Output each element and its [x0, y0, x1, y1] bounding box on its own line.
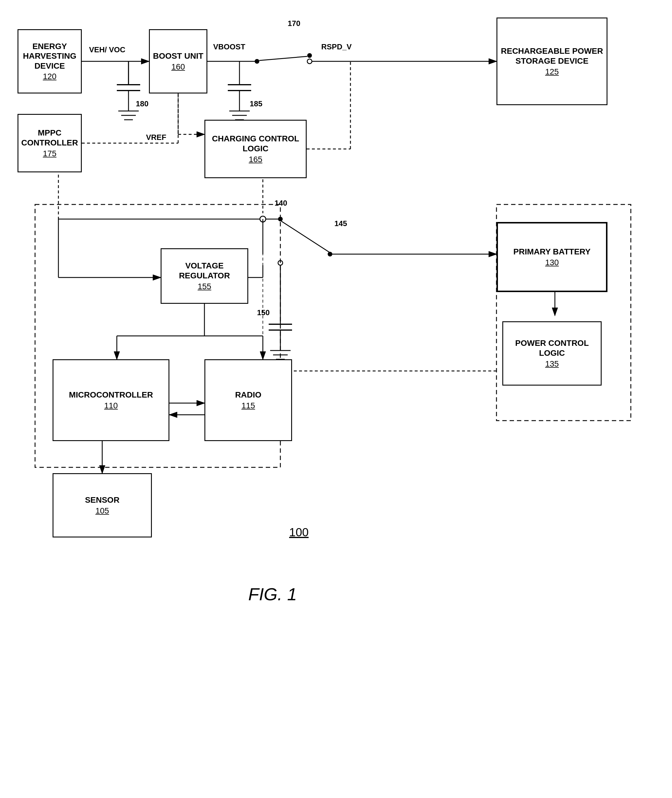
rspd-v-label: RSPD_V: [321, 42, 352, 51]
vref-label: VREF: [146, 133, 166, 142]
n150-label: 150: [257, 308, 270, 317]
mppc-label: MPPC CONTROLLER: [18, 128, 81, 147]
mc-num: 110: [104, 401, 118, 410]
power-control-block: POWER CONTROL LOGIC 135: [502, 321, 602, 385]
vreg-num: 155: [198, 282, 211, 291]
sensor-label: SENSOR: [85, 495, 120, 505]
boost-unit-label: BOOST UNIT: [153, 51, 203, 61]
radio-num: 115: [242, 401, 255, 410]
n145-label: 145: [334, 219, 347, 228]
veh-voc-label: VEH/ VOC: [89, 45, 125, 54]
n140-label: 140: [275, 198, 287, 208]
vreg-label: VOLTAGE REGULATOR: [162, 261, 247, 280]
charging-label: CHARGING CONTROL LOGIC: [205, 134, 306, 154]
mppc-num: 175: [43, 149, 57, 158]
voltage-regulator-block: VOLTAGE REGULATOR 155: [161, 248, 248, 304]
mppc-controller-block: MPPC CONTROLLER 175: [18, 114, 82, 172]
rechargeable-block: RECHARGEABLE POWER STORAGE DEVICE 125: [496, 18, 608, 105]
boost-unit-block: BOOST UNIT 160: [149, 29, 207, 93]
boost-unit-num: 160: [171, 62, 185, 72]
energy-harvesting-label: ENERGY HARVESTING DEVICE: [18, 42, 81, 71]
radio-label: RADIO: [235, 390, 261, 400]
figure-label: FIG. 1: [248, 584, 297, 604]
n170-label: 170: [288, 19, 300, 28]
primary-battery-num: 130: [545, 258, 559, 267]
radio-block: RADIO 115: [205, 359, 292, 441]
charging-control-block: CHARGING CONTROL LOGIC 165: [205, 120, 307, 178]
rechargeable-num: 125: [545, 67, 559, 77]
microcontroller-block: MICROCONTROLLER 110: [53, 359, 170, 441]
svg-point-24: [254, 59, 259, 64]
n185-label: 185: [250, 99, 262, 108]
primary-battery-block: PRIMARY BATTERY 130: [496, 222, 608, 292]
sensor-block: SENSOR 105: [53, 473, 152, 537]
diagram: ENERGY HARVESTING DEVICE 120 BOOST UNIT …: [0, 0, 672, 798]
energy-harvesting-block: ENERGY HARVESTING DEVICE 120: [18, 29, 82, 93]
mc-label: MICROCONTROLLER: [69, 390, 153, 400]
charging-num: 165: [249, 155, 262, 164]
rechargeable-label: RECHARGEABLE POWER STORAGE DEVICE: [498, 46, 606, 66]
svg-point-41: [328, 252, 332, 256]
energy-harvesting-num: 120: [43, 72, 57, 81]
svg-point-27: [307, 59, 312, 64]
svg-line-26: [259, 56, 307, 61]
svg-point-25: [307, 53, 312, 58]
system-number: 100: [289, 526, 309, 539]
svg-line-40: [281, 221, 330, 253]
vboost-label: VBOOST: [213, 42, 245, 51]
power-control-num: 135: [545, 359, 559, 369]
primary-battery-label: PRIMARY BATTERY: [514, 247, 590, 257]
n180-label: 180: [136, 99, 148, 108]
power-control-label: POWER CONTROL LOGIC: [503, 338, 601, 358]
sensor-num: 105: [96, 506, 109, 515]
